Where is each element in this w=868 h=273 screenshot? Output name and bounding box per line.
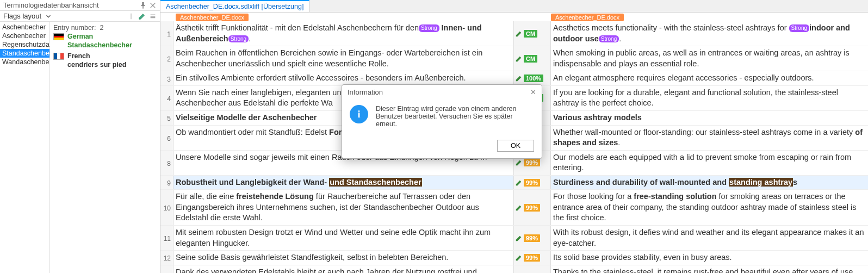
svg-rect-0 <box>131 13 132 19</box>
segment-status: 99% <box>513 251 551 265</box>
term-item[interactable]: Aschenbecher <box>0 32 49 40</box>
segment-row[interactable]: 11Mit seinem robusten Design trotzt er W… <box>160 226 868 251</box>
file-label-row: Aschenbecher_DE.docx Aschenbecher_DE.doc… <box>160 13 868 21</box>
chevron-down-icon <box>45 13 52 20</box>
source-text[interactable]: Beim Rauchen in öffentlichen Bereichen s… <box>173 46 513 71</box>
tag-strong: Strong <box>789 24 809 32</box>
segment-row[interactable]: 9Robustheit und Langlebigkeit der Wand- … <box>160 176 868 190</box>
info-dialog: Information ✕ i Dieser Eintrag wird gera… <box>342 84 542 159</box>
segment-number: 5 <box>160 111 173 125</box>
sidebar-header: Terminologiedatenbankansicht <box>0 0 160 11</box>
source-text[interactable]: Ästhetik trifft Funktionalität - mit den… <box>173 21 513 46</box>
segment-number: 3 <box>160 71 173 85</box>
source-text[interactable]: Für alle, die eine freistehende Lösung f… <box>173 190 513 225</box>
close-icon[interactable]: ✕ <box>530 88 536 96</box>
segment-status: 99% <box>513 176 551 190</box>
pin-icon[interactable] <box>139 2 147 9</box>
term-german[interactable]: Standaschenbecher <box>67 41 157 49</box>
segment-status: 99% <box>513 226 551 250</box>
segment-row[interactable]: 13Dank des verwendeten Edelstahls bleibt… <box>160 265 868 273</box>
segment-row[interactable]: 12Seine solide Basis gewährleistet Stand… <box>160 251 868 265</box>
pencil-icon <box>515 55 523 63</box>
source-text[interactable]: Mit seinem robusten Design trotzt er Win… <box>173 226 513 250</box>
term-highlight: und Standaschenbecher <box>329 178 421 187</box>
tab-bar: Aschenbecher_DE.docx.sdlxliff [Übersetzu… <box>160 0 868 13</box>
file-label-target: Aschenbecher_DE.docx <box>551 14 624 21</box>
flag-fr-icon <box>53 53 64 60</box>
segment-number: 6 <box>160 126 173 150</box>
segment-number: 4 <box>160 86 173 110</box>
divider-icon <box>127 13 135 20</box>
terminology-sidebar: Terminologiedatenbankansicht Flags layou… <box>0 0 160 273</box>
dialog-titlebar: Information ✕ <box>342 85 542 100</box>
entry-number: Entry number: 2 <box>53 24 157 32</box>
target-text[interactable]: Whether wall-mounted or floor-standing: … <box>551 126 868 150</box>
tag-strong: Strong <box>599 35 619 43</box>
segment-number: 2 <box>160 46 173 71</box>
match-badge: 99% <box>524 179 540 187</box>
target-text[interactable]: For those looking for a free-standing so… <box>551 190 868 225</box>
source-text[interactable]: Robustheit und Langlebigkeit der Wand- u… <box>173 176 513 190</box>
term-list: Aschenbecher Aschenbecher Regenschutzda … <box>0 22 50 273</box>
segment-number: 12 <box>160 251 173 265</box>
layout-toolbar: Flags layout <box>0 11 160 22</box>
pencil-icon <box>515 30 523 38</box>
target-text[interactable]: Various ashtray models <box>551 111 868 125</box>
segment-status: 100% <box>513 71 551 85</box>
segment-status: CM <box>513 21 551 46</box>
source-text[interactable]: Ein stilvolles Ambiente erfordert stilvo… <box>173 71 513 85</box>
tag-strong: Strong <box>228 35 249 43</box>
file-label-source: Aschenbecher_DE.docx <box>176 14 249 21</box>
segment-number: 1 <box>160 21 173 46</box>
tab-active[interactable]: Aschenbecher_DE.docx.sdlxliff [Übersetzu… <box>160 0 309 12</box>
source-text[interactable]: Seine solide Basis gewährleistet Standfe… <box>173 251 513 265</box>
segment-number: 11 <box>160 226 173 250</box>
target-text[interactable]: Thanks to the stainless-steel, it remain… <box>551 265 868 273</box>
match-badge: 99% <box>524 254 540 262</box>
match-badge: CM <box>524 30 537 38</box>
segment-row[interactable]: 1Ästhetik trifft Funktionalität - mit de… <box>160 21 868 46</box>
match-badge: CM <box>524 55 537 63</box>
target-text[interactable]: An elegant atmosphere requires elegant a… <box>551 71 868 85</box>
term-highlight: standing ashtray <box>729 178 793 187</box>
edit-icon[interactable] <box>138 13 146 20</box>
segment-status: CM <box>513 46 551 71</box>
term-item[interactable]: Wandaschenbe <box>0 58 49 66</box>
segment-status: 99% <box>513 190 551 225</box>
segment-number: 8 <box>160 151 173 175</box>
ok-button[interactable]: OK <box>497 140 534 152</box>
target-text[interactable]: Our models are each equipped with a lid … <box>551 151 868 175</box>
dialog-title: Information <box>348 88 530 96</box>
segment-row[interactable]: 10Für alle, die eine freistehende Lösung… <box>160 190 868 226</box>
pencil-icon <box>515 204 523 212</box>
target-text[interactable]: With its robust design, it defies wind a… <box>551 226 868 250</box>
segment-number: 13 <box>160 265 173 273</box>
term-french[interactable]: cendriers sur pied <box>67 61 157 69</box>
flag-de-icon <box>53 33 64 40</box>
target-text[interactable]: Its solid base provides stability, even … <box>551 251 868 265</box>
source-text[interactable]: Dank des verwendeten Edelstahls bleibt e… <box>173 265 513 273</box>
term-item-selected[interactable]: Standaschenbe <box>0 49 49 58</box>
layout-select[interactable]: Flags layout <box>3 12 100 20</box>
pencil-icon <box>515 179 523 187</box>
pencil-icon <box>515 159 523 166</box>
pencil-icon <box>515 254 523 262</box>
close-icon[interactable] <box>149 2 157 9</box>
more-icon[interactable] <box>149 13 157 20</box>
segment-number: 9 <box>160 176 173 190</box>
term-item[interactable]: Aschenbecher <box>0 23 49 32</box>
target-text[interactable]: Aesthetics meets functionality - with th… <box>551 21 868 46</box>
info-icon: i <box>350 105 368 123</box>
term-item[interactable]: Regenschutzda <box>0 40 49 49</box>
match-badge: 99% <box>524 234 540 242</box>
term-detail: Entry number: 2 German Standaschenbecher… <box>50 22 160 273</box>
pencil-icon <box>515 234 523 242</box>
lang-german: German <box>53 33 157 40</box>
segment-row[interactable]: 3Ein stilvolles Ambiente erfordert stilv… <box>160 71 868 86</box>
target-text[interactable]: When smoking in public areas, as well as… <box>551 46 868 71</box>
segment-row[interactable]: 2Beim Rauchen in öffentlichen Bereichen … <box>160 46 868 71</box>
lang-french: French <box>53 52 157 60</box>
pencil-icon <box>515 75 523 82</box>
target-text[interactable]: If you are looking for a durable, elegan… <box>551 86 868 110</box>
target-text[interactable]: Sturdiness and durability of wall-mounte… <box>551 176 868 190</box>
